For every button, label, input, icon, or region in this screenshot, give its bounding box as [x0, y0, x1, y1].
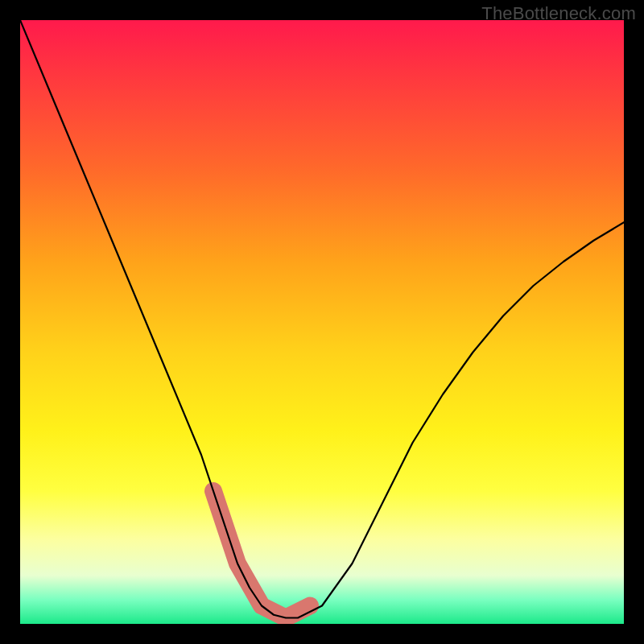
bottleneck-curve — [20, 20, 624, 618]
highlight-band — [213, 491, 310, 618]
chart-frame: TheBottleneck.com — [0, 0, 644, 644]
chart-svg — [20, 20, 624, 624]
plot-area — [20, 20, 624, 624]
watermark-text: TheBottleneck.com — [481, 3, 636, 24]
